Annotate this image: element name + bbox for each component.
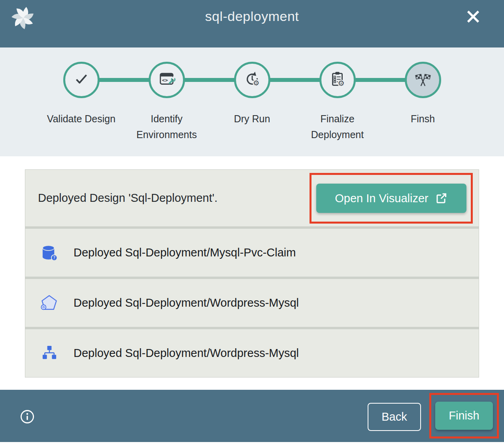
list-item-text: Deployed Sql-Deployment/Mysql-Pvc-Claim xyxy=(74,246,296,259)
step-label-finish: Finsh xyxy=(387,111,459,142)
step-label-finalize-deployment: Finalize Deployment xyxy=(302,111,373,142)
deployment-wizard-modal: sql-deployment xyxy=(0,0,504,444)
clipboard-gear-icon: ⚙ xyxy=(328,70,347,90)
pentagon-component-icon xyxy=(40,294,59,312)
svg-text:⚙: ⚙ xyxy=(253,79,259,87)
step-dry-run[interactable]: ⚙ xyxy=(234,62,270,98)
step-label-validate-design: Validate Design xyxy=(46,111,117,142)
step-label-dry-run: Dry Run xyxy=(217,111,288,142)
step-finalize-deployment[interactable]: ⚙ xyxy=(319,62,356,98)
list-item: Deployed Sql-Deployment/Wordpress-Mysql xyxy=(25,279,479,327)
external-link-icon xyxy=(435,192,447,205)
close-icon xyxy=(464,21,482,27)
list-item: Deployed Sql-Deployment/Wordpress-Mysql xyxy=(25,329,479,377)
open-in-visualizer-button[interactable]: Open In Visualizer xyxy=(316,184,466,213)
step-finish[interactable] xyxy=(405,62,441,98)
back-button-label: Back xyxy=(381,410,407,423)
summary-text: Deployed Design 'Sql-Deployment'. xyxy=(38,192,217,205)
modal-title: sql-deployment xyxy=(0,9,504,24)
hierarchy-icon xyxy=(40,344,59,362)
info-button[interactable] xyxy=(20,409,35,424)
check-icon xyxy=(72,70,91,90)
finish-button[interactable]: Finish xyxy=(435,402,493,430)
close-button[interactable] xyxy=(464,8,482,25)
summary-row: Deployed Design 'Sql-Deployment'. Open I… xyxy=(25,170,479,226)
step-label-identify-environments: Identify Environments xyxy=(131,111,202,142)
finish-highlight-box: Finish xyxy=(429,393,499,438)
visualizer-button-label: Open In Visualizer xyxy=(335,192,428,205)
list-item-text: Deployed Sql-Deployment/Wordpress-Mysql xyxy=(74,347,299,360)
modal-header: sql-deployment xyxy=(0,0,504,47)
step-validate-design[interactable] xyxy=(63,62,100,98)
dry-run-icon: ⚙ xyxy=(243,70,261,90)
list-item-text: Deployed Sql-Deployment/Wordpress-Mysql xyxy=(74,296,299,309)
info-icon xyxy=(20,419,35,425)
svg-text:⚙: ⚙ xyxy=(338,79,344,88)
svg-text:<>: <> xyxy=(162,77,168,83)
svg-text:?: ? xyxy=(53,255,55,260)
step-identify-environments[interactable]: <> xyxy=(149,62,185,98)
deployment-stepper: <> xyxy=(0,47,504,156)
list-item: ? Deployed Sql-Deployment/Mysql-Pvc-Clai… xyxy=(25,229,479,277)
code-setup-icon: <> xyxy=(158,70,176,90)
finish-button-label: Finish xyxy=(449,409,479,422)
database-icon: ? xyxy=(40,243,59,262)
visualizer-highlight-box: Open In Visualizer xyxy=(310,173,473,224)
deployment-results-list: Deployed Design 'Sql-Deployment'. Open I… xyxy=(25,169,479,378)
modal-footer: Back Finish xyxy=(0,390,504,442)
finish-flags-icon xyxy=(414,70,432,90)
back-button[interactable]: Back xyxy=(368,403,421,431)
